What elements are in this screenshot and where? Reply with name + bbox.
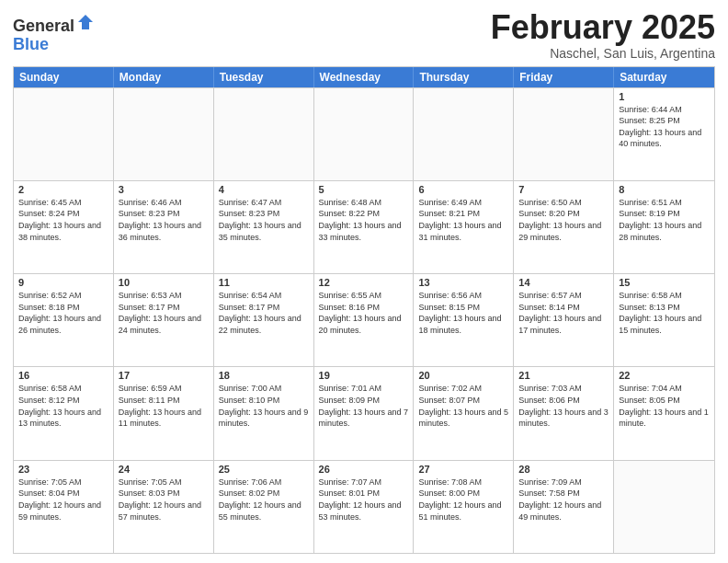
day-number: 28 [518, 464, 609, 475]
day-info: Sunrise: 6:55 AM Sunset: 8:16 PM Dayligh… [319, 290, 409, 336]
cal-header-sunday: Sunday [14, 67, 114, 87]
cal-day-28: 28Sunrise: 7:09 AM Sunset: 7:58 PM Dayli… [514, 461, 614, 553]
cal-day-23: 23Sunrise: 7:05 AM Sunset: 8:04 PM Dayli… [14, 461, 114, 553]
cal-header-thursday: Thursday [414, 67, 514, 87]
day-info: Sunrise: 6:50 AM Sunset: 8:20 PM Dayligh… [518, 197, 609, 243]
cal-day-12: 12Sunrise: 6:55 AM Sunset: 8:16 PM Dayli… [314, 274, 415, 366]
day-number: 17 [119, 370, 209, 381]
cal-day-5: 5Sunrise: 6:48 AM Sunset: 8:22 PM Daylig… [314, 181, 415, 273]
cal-week-5: 23Sunrise: 7:05 AM Sunset: 8:04 PM Dayli… [14, 460, 714, 553]
day-info: Sunrise: 7:04 AM Sunset: 8:05 PM Dayligh… [619, 383, 710, 429]
cal-day-empty [14, 88, 114, 180]
day-info: Sunrise: 6:49 AM Sunset: 8:21 PM Dayligh… [418, 197, 508, 243]
cal-day-18: 18Sunrise: 7:00 AM Sunset: 8:10 PM Dayli… [214, 367, 314, 459]
cal-day-22: 22Sunrise: 7:04 AM Sunset: 8:05 PM Dayli… [614, 367, 714, 459]
day-info: Sunrise: 7:03 AM Sunset: 8:06 PM Dayligh… [518, 383, 609, 429]
cal-day-15: 15Sunrise: 6:58 AM Sunset: 8:13 PM Dayli… [614, 274, 714, 366]
day-number: 9 [18, 277, 108, 288]
cal-header-tuesday: Tuesday [214, 67, 314, 87]
cal-day-24: 24Sunrise: 7:05 AM Sunset: 8:03 PM Dayli… [114, 461, 214, 553]
day-number: 8 [619, 184, 710, 195]
day-number: 26 [319, 464, 409, 475]
day-number: 7 [518, 184, 609, 195]
cal-day-1: 1Sunrise: 6:44 AM Sunset: 8:25 PM Daylig… [614, 88, 714, 180]
day-info: Sunrise: 6:46 AM Sunset: 8:23 PM Dayligh… [119, 197, 209, 243]
calendar-header-row: SundayMondayTuesdayWednesdayThursdayFrid… [14, 67, 714, 87]
cal-day-empty [414, 88, 514, 180]
cal-day-7: 7Sunrise: 6:50 AM Sunset: 8:20 PM Daylig… [514, 181, 614, 273]
cal-day-6: 6Sunrise: 6:49 AM Sunset: 8:21 PM Daylig… [414, 181, 514, 273]
day-number: 27 [418, 464, 508, 475]
cal-day-8: 8Sunrise: 6:51 AM Sunset: 8:19 PM Daylig… [614, 181, 714, 273]
day-info: Sunrise: 6:44 AM Sunset: 8:25 PM Dayligh… [619, 104, 710, 150]
day-number: 3 [119, 184, 209, 195]
day-info: Sunrise: 6:58 AM Sunset: 8:13 PM Dayligh… [619, 290, 710, 336]
day-info: Sunrise: 6:45 AM Sunset: 8:24 PM Dayligh… [18, 197, 108, 243]
day-info: Sunrise: 6:51 AM Sunset: 8:19 PM Dayligh… [619, 197, 710, 243]
logo-blue-text: Blue [13, 35, 49, 53]
month-title: February 2025 [491, 9, 715, 46]
cal-day-11: 11Sunrise: 6:54 AM Sunset: 8:17 PM Dayli… [214, 274, 314, 366]
location-subtitle: Naschel, San Luis, Argentina [491, 46, 715, 61]
cal-day-27: 27Sunrise: 7:08 AM Sunset: 8:00 PM Dayli… [414, 461, 514, 553]
cal-day-empty [114, 88, 214, 180]
header: General Blue February 2025 Naschel, San … [13, 9, 715, 61]
day-info: Sunrise: 7:02 AM Sunset: 8:07 PM Dayligh… [418, 383, 508, 429]
cal-day-empty [214, 88, 314, 180]
cal-day-21: 21Sunrise: 7:03 AM Sunset: 8:06 PM Dayli… [514, 367, 614, 459]
logo-general-text: General [13, 17, 74, 35]
cal-day-17: 17Sunrise: 6:59 AM Sunset: 8:11 PM Dayli… [114, 367, 214, 459]
day-number: 13 [418, 277, 508, 288]
cal-week-4: 16Sunrise: 6:58 AM Sunset: 8:12 PM Dayli… [14, 366, 714, 459]
logo: General Blue [13, 13, 95, 54]
cal-header-wednesday: Wednesday [314, 67, 415, 87]
cal-day-19: 19Sunrise: 7:01 AM Sunset: 8:09 PM Dayli… [314, 367, 415, 459]
day-number: 21 [518, 370, 609, 381]
cal-day-9: 9Sunrise: 6:52 AM Sunset: 8:18 PM Daylig… [14, 274, 114, 366]
day-info: Sunrise: 7:01 AM Sunset: 8:09 PM Dayligh… [319, 383, 409, 429]
day-number: 25 [219, 464, 309, 475]
cal-day-4: 4Sunrise: 6:47 AM Sunset: 8:23 PM Daylig… [214, 181, 314, 273]
day-info: Sunrise: 6:52 AM Sunset: 8:18 PM Dayligh… [18, 290, 108, 336]
day-number: 1 [619, 91, 710, 102]
day-info: Sunrise: 6:53 AM Sunset: 8:17 PM Dayligh… [119, 290, 209, 336]
day-number: 12 [319, 277, 409, 288]
day-info: Sunrise: 6:47 AM Sunset: 8:23 PM Dayligh… [219, 197, 309, 243]
day-info: Sunrise: 7:00 AM Sunset: 8:10 PM Dayligh… [219, 383, 309, 429]
title-block: February 2025 Naschel, San Luis, Argenti… [491, 9, 715, 61]
cal-day-13: 13Sunrise: 6:56 AM Sunset: 8:15 PM Dayli… [414, 274, 514, 366]
cal-day-25: 25Sunrise: 7:06 AM Sunset: 8:02 PM Dayli… [214, 461, 314, 553]
day-info: Sunrise: 7:07 AM Sunset: 8:01 PM Dayligh… [319, 477, 409, 523]
day-number: 5 [319, 184, 409, 195]
day-number: 11 [219, 277, 309, 288]
page: General Blue February 2025 Naschel, San … [0, 0, 728, 563]
cal-day-16: 16Sunrise: 6:58 AM Sunset: 8:12 PM Dayli… [14, 367, 114, 459]
day-info: Sunrise: 6:54 AM Sunset: 8:17 PM Dayligh… [219, 290, 309, 336]
cal-day-20: 20Sunrise: 7:02 AM Sunset: 8:07 PM Dayli… [414, 367, 514, 459]
day-number: 4 [219, 184, 309, 195]
day-number: 22 [619, 370, 710, 381]
cal-header-saturday: Saturday [614, 67, 714, 87]
day-info: Sunrise: 6:56 AM Sunset: 8:15 PM Dayligh… [418, 290, 508, 336]
cal-day-2: 2Sunrise: 6:45 AM Sunset: 8:24 PM Daylig… [14, 181, 114, 273]
cal-day-10: 10Sunrise: 6:53 AM Sunset: 8:17 PM Dayli… [114, 274, 214, 366]
day-number: 14 [518, 277, 609, 288]
day-number: 20 [418, 370, 508, 381]
day-number: 19 [319, 370, 409, 381]
calendar: SundayMondayTuesdayWednesdayThursdayFrid… [13, 66, 715, 554]
svg-marker-0 [78, 15, 93, 29]
day-number: 16 [18, 370, 108, 381]
day-info: Sunrise: 6:59 AM Sunset: 8:11 PM Dayligh… [119, 383, 209, 429]
day-number: 2 [18, 184, 108, 195]
day-info: Sunrise: 7:06 AM Sunset: 8:02 PM Dayligh… [219, 477, 309, 523]
cal-week-1: 1Sunrise: 6:44 AM Sunset: 8:25 PM Daylig… [14, 87, 714, 180]
day-number: 23 [18, 464, 108, 475]
cal-header-monday: Monday [114, 67, 214, 87]
day-number: 10 [119, 277, 209, 288]
day-number: 18 [219, 370, 309, 381]
calendar-body: 1Sunrise: 6:44 AM Sunset: 8:25 PM Daylig… [14, 87, 714, 553]
cal-week-2: 2Sunrise: 6:45 AM Sunset: 8:24 PM Daylig… [14, 180, 714, 273]
day-info: Sunrise: 7:08 AM Sunset: 8:00 PM Dayligh… [418, 477, 508, 523]
cal-day-empty [614, 461, 714, 553]
cal-day-26: 26Sunrise: 7:07 AM Sunset: 8:01 PM Dayli… [314, 461, 415, 553]
